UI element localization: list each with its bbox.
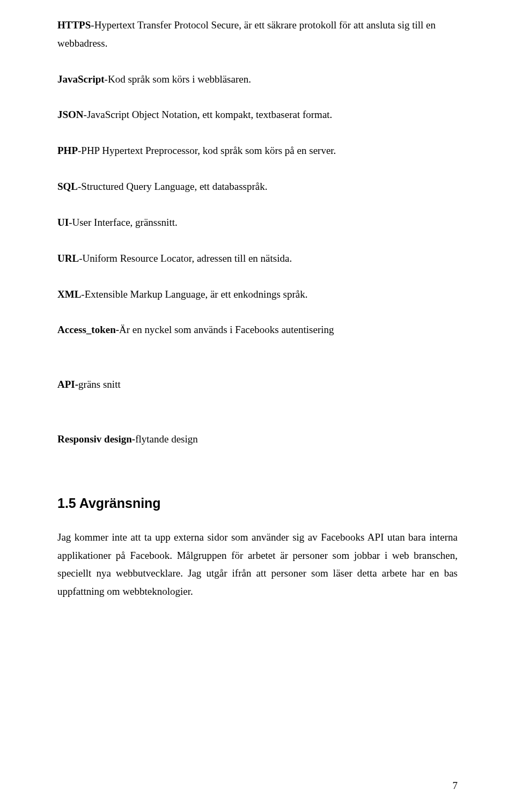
definition-term: Responsiv design- [57,433,135,445]
definition-item: Responsiv design-flytande design [57,430,458,448]
definition-description: PHP Hypertext Preprocessor, kod språk so… [81,145,336,156]
definition-item: Access_token-Är en nyckel som används i … [57,321,458,339]
definition-description: Är en nyckel som används i Facebooks aut… [119,324,334,335]
definition-term: HTTPS [57,19,91,31]
definition-term: XML [57,289,81,300]
definition-term: SQL [57,181,78,192]
section-heading: 1.5 Avgränsning [57,496,458,511]
definition-item: API-gräns snitt [57,375,458,394]
definition-item: HTTPS-Hypertext Transfer Protocol Secure… [57,16,458,53]
definition-description: User Interface, gränssnitt. [72,217,177,228]
definition-item: SQL-Structured Query Language, ett datab… [57,178,458,196]
definition-item: JSON-JavaScript Object Notation, ett kom… [57,106,458,124]
definition-description: Kod språk som körs i webbläsaren. [108,73,251,85]
definition-description: Uniform Resource Locator, adressen till … [82,253,292,264]
definition-term: PHP [57,145,78,156]
definition-description: Hypertext Transfer Protocol Secure, är e… [57,19,436,49]
definition-term: Access_token- [57,324,119,335]
definition-description: gräns snitt [78,379,121,390]
definition-item: PHP-PHP Hypertext Preprocessor, kod språ… [57,142,458,160]
section-body: Jag kommer inte att ta upp externa sidor… [57,528,458,601]
definition-term: API- [57,379,78,390]
definition-description: Extensible Markup Language, är ett enkod… [85,289,308,300]
page-number: 7 [453,780,458,792]
definition-term: JavaScript [57,73,105,85]
definition-description: flytande design [135,433,198,445]
definition-description: JavaScript Object Notation, ett kompakt,… [87,109,332,120]
definitions-list: HTTPS-Hypertext Transfer Protocol Secure… [57,16,458,448]
definition-description: Structured Query Language, ett databassp… [81,181,267,192]
definition-item: URL-Uniform Resource Locator, adressen t… [57,249,458,268]
definition-item: UI-User Interface, gränssnitt. [57,213,458,232]
definition-item: JavaScript-Kod språk som körs i webbläsa… [57,70,458,88]
definition-term: UI [57,217,69,228]
definition-item: XML-Extensible Markup Language, är ett e… [57,285,458,304]
definition-term: JSON [57,109,84,120]
definition-term: URL [57,253,79,264]
